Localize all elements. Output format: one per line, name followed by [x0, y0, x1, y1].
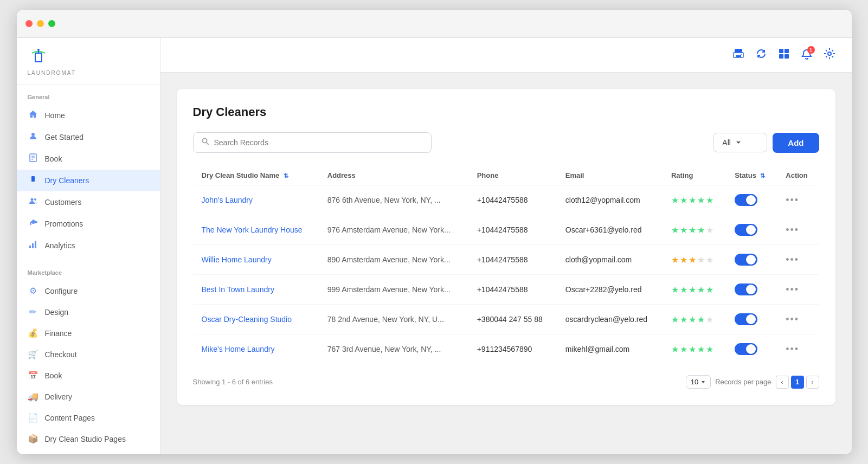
- action-menu-button[interactable]: •••: [786, 195, 799, 205]
- delivery-icon: 🚚: [28, 391, 38, 402]
- status-toggle[interactable]: [735, 254, 757, 266]
- action-menu-button[interactable]: •••: [786, 224, 799, 235]
- maximize-button[interactable]: [48, 20, 55, 27]
- cell-status: [726, 275, 777, 305]
- studio-name-link[interactable]: Mike's Home Laundry: [202, 345, 275, 353]
- get-started-icon: [28, 132, 38, 143]
- cell-address: 999 Amsterdam Avenue, New York...: [319, 275, 468, 305]
- content-area: Dry Cleaners All: [160, 73, 852, 454]
- action-menu-button[interactable]: •••: [786, 254, 799, 265]
- studio-name-link[interactable]: Oscar Dry-Cleaning Studio: [202, 315, 292, 324]
- refresh-icon[interactable]: [755, 48, 767, 62]
- sidebar-item-promotions[interactable]: Promotions: [17, 213, 160, 235]
- search-input[interactable]: [214, 138, 423, 147]
- dry-cleaners-icon: [28, 175, 38, 186]
- minimize-button[interactable]: [37, 20, 44, 27]
- cell-name: The New York Laundry House: [193, 215, 319, 245]
- studio-name-link[interactable]: Best In Town Laundry: [202, 285, 274, 294]
- col-name[interactable]: Dry Clean Studio Name ⇅: [193, 166, 319, 185]
- svg-line-24: [207, 143, 209, 145]
- table-row: The New York Laundry House 976 Amsterdam…: [193, 215, 819, 245]
- prev-page-button[interactable]: ‹: [776, 376, 789, 389]
- status-toggle[interactable]: [735, 283, 757, 295]
- sidebar-item-checkout[interactable]: 🛒 Checkout: [17, 344, 160, 365]
- general-label: General: [17, 94, 160, 105]
- table-row: Oscar Dry-Cleaning Studio 78 2nd Avenue,…: [193, 305, 819, 334]
- sidebar: LAUNDROMAT General Home Get Started: [17, 38, 160, 454]
- svg-point-2: [37, 49, 40, 51]
- sidebar-item-design[interactable]: ✏ Design: [17, 301, 160, 323]
- main-content: 1 Dry Cleaners: [160, 38, 852, 454]
- col-rating: Rating: [663, 166, 726, 185]
- cell-address: 890 Amsterdam Avenue, New York...: [319, 245, 468, 275]
- per-page-select[interactable]: 10: [686, 375, 711, 389]
- col-action: Action: [777, 166, 819, 185]
- cell-name: Oscar Dry-Cleaning Studio: [193, 305, 319, 334]
- cell-action: •••: [777, 185, 819, 215]
- cell-address: 976 Amsterdam Avenue, New York...: [319, 215, 468, 245]
- cell-phone: +380044 247 55 88: [468, 305, 557, 334]
- status-toggle[interactable]: [735, 313, 757, 325]
- grid-icon[interactable]: [778, 48, 790, 62]
- status-toggle[interactable]: [735, 194, 757, 206]
- cell-action: •••: [777, 305, 819, 334]
- cell-phone: +10442475588: [468, 185, 557, 215]
- status-toggle[interactable]: [735, 224, 757, 236]
- add-button[interactable]: Add: [773, 133, 819, 153]
- settings-icon[interactable]: [824, 48, 835, 62]
- cell-action: •••: [777, 215, 819, 245]
- studio-name-link[interactable]: The New York Laundry House: [202, 225, 303, 234]
- action-menu-button[interactable]: •••: [786, 344, 799, 355]
- cell-status: [726, 215, 777, 245]
- studio-name-link[interactable]: John's Laundry: [202, 196, 253, 204]
- cell-name: Mike's Home Laundry: [193, 334, 319, 364]
- action-menu-button[interactable]: •••: [786, 314, 799, 325]
- content-pages-icon: 📄: [28, 413, 38, 423]
- sidebar-item-delivery[interactable]: 🚚 Delivery: [17, 386, 160, 407]
- checkout-icon: 🛒: [28, 349, 38, 359]
- sidebar-item-finance[interactable]: 💰 Finance: [17, 323, 160, 344]
- cell-address: 767 3rd Avenue, New York, NY, ...: [319, 334, 468, 364]
- col-email: Email: [557, 166, 663, 185]
- notification-badge: 1: [807, 46, 815, 54]
- records-table: Dry Clean Studio Name ⇅ Address Phone Em…: [193, 166, 819, 364]
- toolbar: All Add: [193, 132, 819, 153]
- sidebar-item-book[interactable]: Book: [17, 148, 160, 170]
- sidebar-item-home[interactable]: Home: [17, 105, 160, 126]
- sidebar-item-dry-clean-studio-pages[interactable]: 📦 Dry Clean Studio Pages: [17, 428, 160, 449]
- cell-email: Oscar+2282@yelo.red: [557, 275, 663, 305]
- cell-phone: +10442475588: [468, 245, 557, 275]
- cell-rating: ★★★★★: [663, 245, 726, 275]
- sidebar-item-book-marketplace[interactable]: 📅 Book: [17, 365, 160, 386]
- notification-bell[interactable]: 1: [801, 48, 813, 62]
- next-page-button[interactable]: ›: [806, 376, 819, 389]
- cell-email: cloth@yopmail.com: [557, 245, 663, 275]
- cell-name: John's Laundry: [193, 185, 319, 215]
- sidebar-item-customers[interactable]: Customers: [17, 191, 160, 213]
- pagination-bar: Showing 1 - 6 of 6 entries 10 Records pe…: [193, 375, 819, 389]
- sort-arrows-status: ⇅: [760, 172, 765, 179]
- current-page: 1: [791, 376, 804, 389]
- sidebar-item-dry-cleaners[interactable]: Dry Cleaners: [17, 170, 160, 191]
- cell-name: Best In Town Laundry: [193, 275, 319, 305]
- col-status[interactable]: Status ⇅: [726, 166, 777, 185]
- cell-status: [726, 245, 777, 275]
- search-box[interactable]: [193, 132, 432, 153]
- sidebar-item-analytics[interactable]: Analytics: [17, 235, 160, 256]
- action-menu-button[interactable]: •••: [786, 284, 799, 295]
- sort-arrows-name: ⇅: [284, 172, 288, 179]
- svg-rect-21: [785, 54, 789, 59]
- page-title: Dry Cleaners: [193, 105, 819, 119]
- studio-name-link[interactable]: Willie Home Laundry: [202, 255, 272, 264]
- status-toggle[interactable]: [735, 343, 757, 355]
- printer-icon[interactable]: [732, 48, 744, 62]
- sidebar-item-get-started[interactable]: Get Started: [17, 126, 160, 148]
- search-icon: [201, 137, 210, 148]
- svg-rect-8: [31, 176, 35, 182]
- sidebar-item-content-pages[interactable]: 📄 Content Pages: [17, 407, 160, 428]
- cell-phone: +10442475588: [468, 275, 557, 305]
- close-button[interactable]: [25, 20, 33, 27]
- filter-dropdown[interactable]: All: [713, 133, 767, 152]
- toolbar-right: All Add: [713, 133, 819, 153]
- sidebar-item-configure[interactable]: ⚙ Configure: [17, 280, 160, 301]
